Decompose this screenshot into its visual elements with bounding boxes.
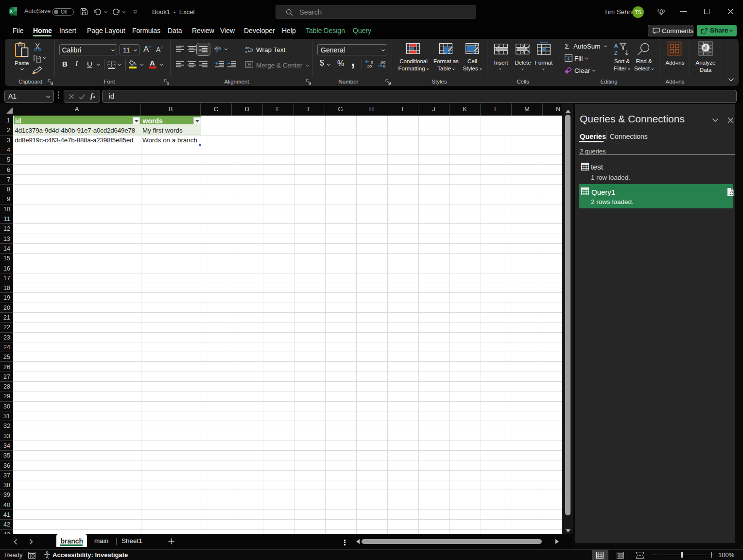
svg-text:0: 0 [383, 64, 386, 68]
svg-text:.00: .00 [366, 64, 372, 68]
svg-text:X: X [10, 9, 13, 14]
svg-text:Z: Z [614, 50, 618, 56]
svg-text:c: c [245, 50, 247, 53]
svg-text:A: A [614, 43, 618, 49]
